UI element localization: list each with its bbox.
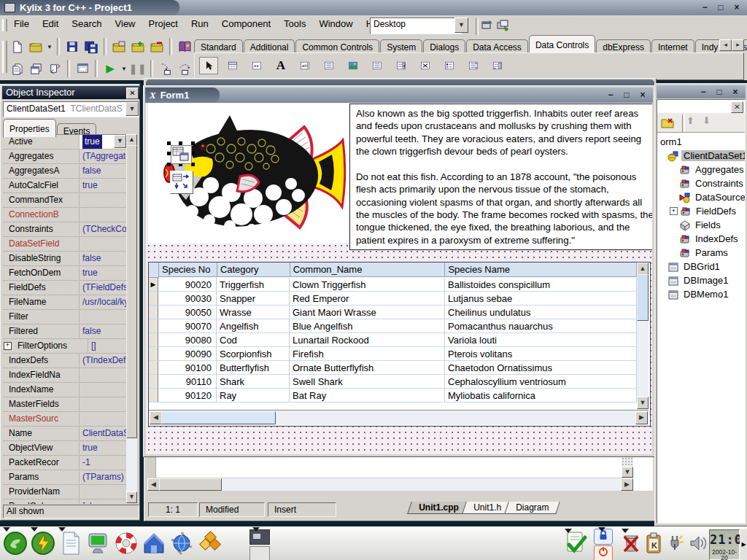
set-debug-desktop-button[interactable]: [493, 16, 512, 35]
editor-tab-diagram[interactable]: Diagram: [504, 502, 560, 514]
grid-cell[interactable]: Ray: [217, 389, 290, 402]
tree-item-dbmemo1[interactable]: DBMemo1: [657, 287, 745, 301]
palette-tab-data-access[interactable]: Data Access: [466, 39, 528, 52]
grid-cell[interactable]: Scorpionfish: [217, 347, 290, 361]
palette-scroll-left-icon[interactable]: ◂: [719, 39, 732, 51]
property-value[interactable]: true: [80, 179, 126, 192]
property-row[interactable]: ObjectViewtrue: [3, 441, 126, 456]
menu-tools[interactable]: Tools: [277, 15, 312, 32]
property-value[interactable]: false: [80, 252, 126, 265]
db-radiogroup-icon[interactable]: [440, 57, 459, 74]
tree-item-aggregates[interactable]: Aggregates: [657, 163, 745, 176]
db-navigator-icon[interactable]: ◂ ▸: [247, 57, 266, 74]
save-button[interactable]: [63, 37, 82, 56]
tab-properties[interactable]: Properties: [3, 119, 56, 137]
remove-file-button[interactable]: [147, 37, 166, 56]
dbgrid-species[interactable]: Species NoCategoryCommon_NameSpecies Nam…: [148, 262, 651, 427]
property-row[interactable]: FileName/usr/local/kyli: [3, 295, 126, 310]
db-edit-icon[interactable]: ab: [295, 57, 314, 74]
property-row[interactable]: Filteredfalse: [3, 324, 126, 339]
property-row[interactable]: PacketRecor-1: [3, 456, 126, 470]
grid-cell[interactable]: Pterois volitans: [445, 347, 637, 361]
scroll-down-icon[interactable]: ▼: [637, 397, 649, 409]
property-row[interactable]: Activetrue▼: [3, 135, 126, 149]
grid-cell[interactable]: Swell Shark: [290, 375, 445, 389]
palette-tab-dialogs[interactable]: Dialogs: [423, 39, 465, 52]
maximize-icon[interactable]: □: [713, 87, 725, 98]
grid-row[interactable]: 90070AngelfishBlue AngelfishPomacanthus …: [149, 319, 637, 333]
menu-window[interactable]: Window: [312, 15, 359, 32]
tree-item-indexdefs[interactable]: IndexDefs: [657, 232, 745, 246]
datasource-component[interactable]: [170, 171, 193, 194]
property-row[interactable]: Aggregates(TAggregates): [3, 149, 126, 164]
save-all-button[interactable]: [82, 37, 101, 56]
grid-hscrollbar[interactable]: ◀ ▶: [149, 410, 649, 425]
suse-geeko-launcher-icon[interactable]: [1, 529, 29, 558]
property-row[interactable]: Params(TParams): [3, 470, 126, 485]
property-row[interactable]: FetchOnDemtrue: [3, 266, 126, 281]
logout-button[interactable]: [594, 545, 613, 560]
property-value[interactable]: (TIndexDefs): [80, 354, 126, 368]
grid-cell[interactable]: Blue Angelfish: [290, 319, 445, 333]
property-value[interactable]: (TAggregates): [80, 149, 126, 163]
tree-item-dbimage1[interactable]: DBImage1: [657, 273, 745, 287]
scroll-right-icon[interactable]: ▶: [635, 411, 648, 424]
property-row[interactable]: IndexFieldNa: [3, 368, 126, 383]
form-design-surface[interactable]: Also known as the big spotted triggerfis…: [146, 103, 652, 454]
property-value[interactable]: [80, 368, 126, 382]
grid-row[interactable]: 90080CodLunartail RockoodVariola louti: [149, 333, 637, 347]
tree-item-fielddefs[interactable]: +FieldDefs: [657, 204, 745, 218]
property-value[interactable]: [80, 193, 126, 207]
close-icon[interactable]: ✕: [126, 88, 139, 99]
db-memo-icon[interactable]: [320, 57, 338, 74]
lightning-launcher-icon[interactable]: [29, 529, 57, 558]
grid-cell[interactable]: Angelfish: [217, 319, 290, 333]
menu-search[interactable]: Search: [65, 15, 108, 32]
grid-vscrollbar[interactable]: ▲ ▼: [637, 262, 649, 409]
grid-cell[interactable]: 90110: [158, 375, 217, 389]
tree-item-dbgrid1[interactable]: DBGrid1: [657, 260, 745, 273]
inspector-scrollbar[interactable]: ▲ ▼: [126, 134, 137, 503]
tree-item-datasource1[interactable]: DataSource1: [657, 190, 745, 204]
grid-cell[interactable]: 90070: [158, 319, 217, 333]
grid-row[interactable]: 90090ScorpionfishFirefishPterois volitan…: [149, 347, 637, 361]
grid-cell[interactable]: 90080: [158, 333, 217, 347]
grid-row[interactable]: 90100ButterflyfishOrnate ButterflyfishCh…: [149, 361, 637, 375]
close-icon[interactable]: ✕: [731, 101, 743, 113]
dbmemo-description[interactable]: Also known as the big spotted triggerfis…: [349, 104, 652, 250]
property-value[interactable]: false: [80, 324, 126, 338]
pager-desktop-1[interactable]: [249, 529, 270, 545]
grid-row[interactable]: 90030SnapperRed EmperorLutjanus sebae: [149, 292, 637, 306]
property-row[interactable]: IndexName: [3, 383, 126, 397]
grid-cell[interactable]: Cephaloscyllium ventriosum: [445, 375, 637, 389]
property-row[interactable]: DisableStringfalse: [3, 252, 126, 266]
desktop-combo-dropdown-icon[interactable]: ▼: [454, 18, 468, 33]
db-lookup-listbox-icon[interactable]: [464, 57, 483, 74]
palette-tab-system[interactable]: System: [380, 39, 422, 52]
menu-view[interactable]: View: [109, 15, 142, 32]
tree-item-fields[interactable]: Fields: [657, 218, 745, 232]
close-icon[interactable]: ×: [637, 90, 649, 101]
form-window-titlebar[interactable]: X Form1 − □ ×: [145, 88, 653, 103]
scroll-down-icon[interactable]: ▼: [126, 491, 137, 503]
grid-cell[interactable]: Bat Ray: [290, 389, 445, 402]
editor-hscroll-thumb[interactable]: [159, 478, 222, 491]
db-listbox-icon[interactable]: [368, 57, 387, 74]
property-value[interactable]: [80, 397, 126, 411]
property-row[interactable]: DataSetField: [3, 237, 126, 252]
db-text-icon[interactable]: A: [271, 57, 290, 74]
lifesaver-launcher-icon[interactable]: [112, 529, 140, 558]
open-file-button[interactable]: [26, 37, 45, 56]
grid-cell[interactable]: Red Emperor: [290, 292, 445, 306]
run-dropdown-button[interactable]: ▼: [120, 59, 128, 78]
menu-file[interactable]: File: [7, 15, 36, 32]
grid-cell[interactable]: Firefish: [290, 347, 445, 361]
grid-cell[interactable]: Chaetodon Ornatissimus: [445, 361, 637, 375]
tree-item-constraints[interactable]: Constraints: [657, 176, 745, 190]
new-file-button[interactable]: [7, 37, 26, 56]
grid-cell[interactable]: Lunartail Rockood: [290, 333, 445, 347]
property-row[interactable]: MasterFields: [3, 397, 126, 412]
property-row[interactable]: AutoCalcFieltrue: [3, 179, 126, 193]
move-down-icon[interactable]: ⬇: [703, 115, 711, 126]
editor-text-area[interactable]: [147, 457, 622, 478]
